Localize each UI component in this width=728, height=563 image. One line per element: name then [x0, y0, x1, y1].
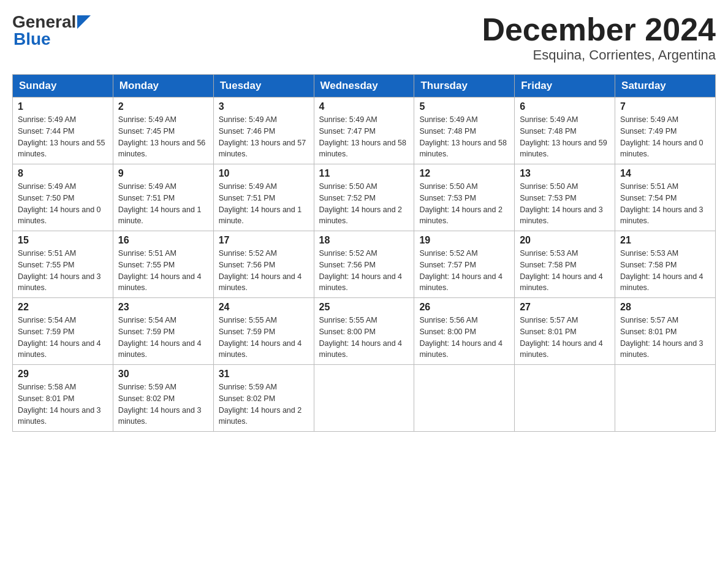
day-info: Sunrise: 5:49 AM Sunset: 7:46 PM Dayligh…	[219, 114, 309, 160]
day-number: 19	[419, 235, 509, 246]
calendar-cell: 18 Sunrise: 5:52 AM Sunset: 7:56 PM Dayl…	[314, 231, 414, 298]
day-number: 21	[620, 235, 710, 246]
calendar-cell: 3 Sunrise: 5:49 AM Sunset: 7:46 PM Dayli…	[213, 98, 314, 164]
page-subtitle: Esquina, Corrientes, Argentina	[482, 47, 716, 63]
calendar-cell: 13 Sunrise: 5:50 AM Sunset: 7:53 PM Dayl…	[515, 164, 615, 231]
day-info: Sunrise: 5:58 AM Sunset: 8:01 PM Dayligh…	[18, 381, 108, 427]
day-number: 22	[18, 302, 108, 313]
day-info: Sunrise: 5:50 AM Sunset: 7:53 PM Dayligh…	[520, 181, 610, 227]
calendar-cell: 21 Sunrise: 5:53 AM Sunset: 7:58 PM Dayl…	[615, 231, 716, 298]
day-number: 7	[620, 101, 710, 112]
calendar-cell	[615, 365, 716, 432]
day-info: Sunrise: 5:49 AM Sunset: 7:51 PM Dayligh…	[118, 181, 208, 227]
day-number: 27	[520, 302, 610, 313]
calendar-cell: 4 Sunrise: 5:49 AM Sunset: 7:47 PM Dayli…	[314, 98, 414, 164]
calendar-cell: 16 Sunrise: 5:51 AM Sunset: 7:55 PM Dayl…	[113, 231, 213, 298]
calendar-cell: 1 Sunrise: 5:49 AM Sunset: 7:44 PM Dayli…	[13, 98, 113, 164]
calendar-cell: 24 Sunrise: 5:55 AM Sunset: 7:59 PM Dayl…	[213, 298, 314, 365]
calendar-cell: 27 Sunrise: 5:57 AM Sunset: 8:01 PM Dayl…	[515, 298, 615, 365]
day-info: Sunrise: 5:53 AM Sunset: 7:58 PM Dayligh…	[620, 248, 710, 294]
day-number: 30	[118, 369, 208, 380]
col-sunday: Sunday	[13, 75, 113, 98]
day-info: Sunrise: 5:49 AM Sunset: 7:49 PM Dayligh…	[620, 114, 710, 160]
day-info: Sunrise: 5:49 AM Sunset: 7:51 PM Dayligh…	[219, 181, 309, 227]
day-info: Sunrise: 5:52 AM Sunset: 7:56 PM Dayligh…	[319, 248, 409, 294]
logo: General Blue	[12, 12, 91, 49]
calendar-cell: 11 Sunrise: 5:50 AM Sunset: 7:52 PM Dayl…	[314, 164, 414, 231]
day-number: 4	[319, 101, 409, 112]
day-info: Sunrise: 5:49 AM Sunset: 7:50 PM Dayligh…	[18, 181, 108, 227]
day-number: 23	[118, 302, 208, 313]
day-number: 16	[118, 235, 208, 246]
day-info: Sunrise: 5:54 AM Sunset: 7:59 PM Dayligh…	[118, 315, 208, 361]
calendar-cell: 7 Sunrise: 5:49 AM Sunset: 7:49 PM Dayli…	[615, 98, 716, 164]
day-number: 29	[18, 369, 108, 380]
day-info: Sunrise: 5:49 AM Sunset: 7:44 PM Dayligh…	[18, 114, 108, 160]
day-number: 28	[620, 302, 710, 313]
calendar-cell: 9 Sunrise: 5:49 AM Sunset: 7:51 PM Dayli…	[113, 164, 213, 231]
day-number: 10	[219, 168, 309, 179]
day-info: Sunrise: 5:55 AM Sunset: 8:00 PM Dayligh…	[319, 315, 409, 361]
day-number: 17	[219, 235, 309, 246]
day-info: Sunrise: 5:51 AM Sunset: 7:55 PM Dayligh…	[118, 248, 208, 294]
calendar-cell: 22 Sunrise: 5:54 AM Sunset: 7:59 PM Dayl…	[13, 298, 113, 365]
day-info: Sunrise: 5:49 AM Sunset: 7:48 PM Dayligh…	[520, 114, 610, 160]
day-number: 31	[219, 369, 309, 380]
week-row-5: 29 Sunrise: 5:58 AM Sunset: 8:01 PM Dayl…	[13, 365, 716, 432]
calendar-cell: 6 Sunrise: 5:49 AM Sunset: 7:48 PM Dayli…	[515, 98, 615, 164]
calendar-cell: 30 Sunrise: 5:59 AM Sunset: 8:02 PM Dayl…	[113, 365, 213, 432]
calendar-table: Sunday Monday Tuesday Wednesday Thursday…	[12, 74, 716, 432]
week-row-1: 1 Sunrise: 5:49 AM Sunset: 7:44 PM Dayli…	[13, 98, 716, 164]
col-monday: Monday	[113, 75, 213, 98]
calendar-header-row: Sunday Monday Tuesday Wednesday Thursday…	[13, 75, 716, 98]
day-number: 11	[319, 168, 409, 179]
day-info: Sunrise: 5:55 AM Sunset: 7:59 PM Dayligh…	[219, 315, 309, 361]
day-number: 5	[419, 101, 509, 112]
day-number: 2	[118, 101, 208, 112]
day-number: 6	[520, 101, 610, 112]
day-number: 13	[520, 168, 610, 179]
day-info: Sunrise: 5:50 AM Sunset: 7:52 PM Dayligh…	[319, 181, 409, 227]
day-info: Sunrise: 5:49 AM Sunset: 7:47 PM Dayligh…	[319, 114, 409, 160]
day-number: 26	[419, 302, 509, 313]
calendar-cell: 23 Sunrise: 5:54 AM Sunset: 7:59 PM Dayl…	[113, 298, 213, 365]
day-info: Sunrise: 5:56 AM Sunset: 8:00 PM Dayligh…	[419, 315, 509, 361]
calendar-cell: 20 Sunrise: 5:53 AM Sunset: 7:58 PM Dayl…	[515, 231, 615, 298]
calendar-cell: 8 Sunrise: 5:49 AM Sunset: 7:50 PM Dayli…	[13, 164, 113, 231]
calendar-cell: 12 Sunrise: 5:50 AM Sunset: 7:53 PM Dayl…	[414, 164, 515, 231]
col-wednesday: Wednesday	[314, 75, 414, 98]
day-info: Sunrise: 5:51 AM Sunset: 7:54 PM Dayligh…	[620, 181, 710, 227]
day-number: 1	[18, 101, 108, 112]
week-row-4: 22 Sunrise: 5:54 AM Sunset: 7:59 PM Dayl…	[13, 298, 716, 365]
day-number: 15	[18, 235, 108, 246]
day-number: 9	[118, 168, 208, 179]
day-number: 14	[620, 168, 710, 179]
day-number: 12	[419, 168, 509, 179]
day-number: 8	[18, 168, 108, 179]
week-row-2: 8 Sunrise: 5:49 AM Sunset: 7:50 PM Dayli…	[13, 164, 716, 231]
day-info: Sunrise: 5:49 AM Sunset: 7:45 PM Dayligh…	[118, 114, 208, 160]
col-tuesday: Tuesday	[213, 75, 314, 98]
col-thursday: Thursday	[414, 75, 515, 98]
calendar-cell: 28 Sunrise: 5:57 AM Sunset: 8:01 PM Dayl…	[615, 298, 716, 365]
calendar-cell: 15 Sunrise: 5:51 AM Sunset: 7:55 PM Dayl…	[13, 231, 113, 298]
day-info: Sunrise: 5:59 AM Sunset: 8:02 PM Dayligh…	[219, 381, 309, 427]
page-header: General Blue December 2024 Esquina, Corr…	[12, 12, 716, 63]
day-number: 18	[319, 235, 409, 246]
day-info: Sunrise: 5:57 AM Sunset: 8:01 PM Dayligh…	[620, 315, 710, 361]
calendar-cell	[414, 365, 515, 432]
day-info: Sunrise: 5:50 AM Sunset: 7:53 PM Dayligh…	[419, 181, 509, 227]
logo-blue-text: Blue	[13, 29, 51, 49]
calendar-cell: 31 Sunrise: 5:59 AM Sunset: 8:02 PM Dayl…	[213, 365, 314, 432]
calendar-cell: 26 Sunrise: 5:56 AM Sunset: 8:00 PM Dayl…	[414, 298, 515, 365]
day-number: 24	[219, 302, 309, 313]
day-number: 3	[219, 101, 309, 112]
day-number: 20	[520, 235, 610, 246]
day-number: 25	[319, 302, 409, 313]
day-info: Sunrise: 5:52 AM Sunset: 7:56 PM Dayligh…	[219, 248, 309, 294]
logo-triangle-icon	[77, 15, 91, 29]
page-title: December 2024	[482, 12, 716, 47]
calendar-cell	[314, 365, 414, 432]
title-block: December 2024 Esquina, Corrientes, Argen…	[482, 12, 716, 63]
week-row-3: 15 Sunrise: 5:51 AM Sunset: 7:55 PM Dayl…	[13, 231, 716, 298]
